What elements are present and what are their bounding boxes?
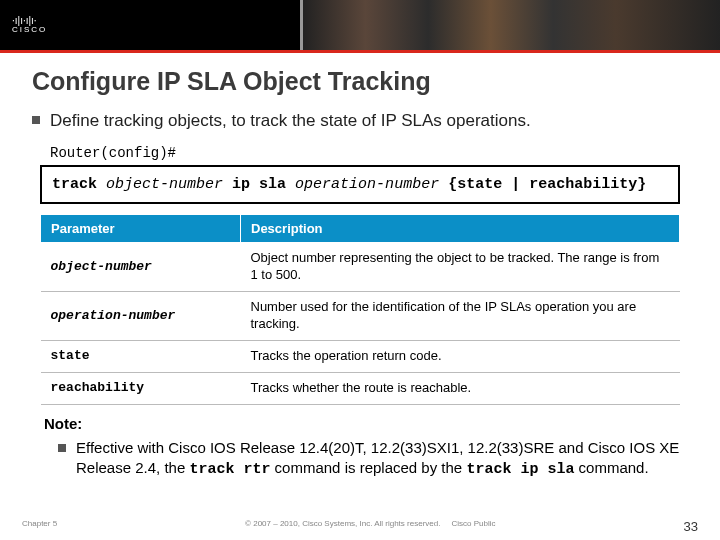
cmd-keyword: {state | reachability}	[448, 176, 646, 193]
note-bullet: Effective with Cisco IOS Release 12.4(20…	[58, 438, 688, 481]
param-desc: Tracks the operation return code.	[241, 341, 680, 373]
slide-title: Configure IP SLA Object Tracking	[32, 67, 688, 96]
cmd-keyword: ip sla	[232, 176, 286, 193]
param-name: state	[41, 341, 241, 373]
table-row: object-numberObject number representing …	[41, 243, 680, 292]
intro-bullet: Define tracking objects, to track the st…	[32, 110, 688, 133]
param-name: reachability	[41, 372, 241, 404]
cli-prompt: Router(config)#	[50, 145, 688, 161]
table-row: stateTracks the operation return code.	[41, 341, 680, 373]
bullet-icon	[58, 444, 66, 452]
header-photo-strip	[300, 0, 720, 50]
param-desc: Number used for the identification of th…	[241, 292, 680, 341]
col-description: Description	[241, 215, 680, 243]
cisco-logo: ·ı|ı·ı|ı· CISCO	[0, 15, 47, 35]
page-number: 33	[684, 519, 698, 534]
intro-text: Define tracking objects, to track the st…	[50, 110, 531, 133]
chapter-label: Chapter 5	[22, 519, 57, 534]
param-name: object-number	[41, 243, 241, 292]
slide-content: Configure IP SLA Object Tracking Define …	[0, 53, 720, 480]
col-parameter: Parameter	[41, 215, 241, 243]
copyright-text: © 2007 – 2010, Cisco Systems, Inc. All r…	[57, 519, 683, 534]
cmd-arg: operation-number	[295, 176, 439, 193]
table-row: operation-numberNumber used for the iden…	[41, 292, 680, 341]
cmd-keyword: track	[52, 176, 97, 193]
param-desc: Tracks whether the route is reachable.	[241, 372, 680, 404]
table-row: reachabilityTracks whether the route is …	[41, 372, 680, 404]
parameter-table: Parameter Description object-numberObjec…	[40, 214, 680, 404]
command-syntax-box: track object-number ip sla operation-num…	[40, 165, 680, 205]
header-bar: ·ı|ı·ı|ı· CISCO	[0, 0, 720, 50]
param-name: operation-number	[41, 292, 241, 341]
note-text: Effective with Cisco IOS Release 12.4(20…	[76, 438, 688, 481]
note-label: Note:	[44, 415, 688, 432]
param-desc: Object number representing the object to…	[241, 243, 680, 292]
cmd-arg: object-number	[106, 176, 223, 193]
table-header-row: Parameter Description	[41, 215, 680, 243]
slide-footer: Chapter 5 © 2007 – 2010, Cisco Systems, …	[0, 519, 720, 534]
bullet-icon	[32, 116, 40, 124]
